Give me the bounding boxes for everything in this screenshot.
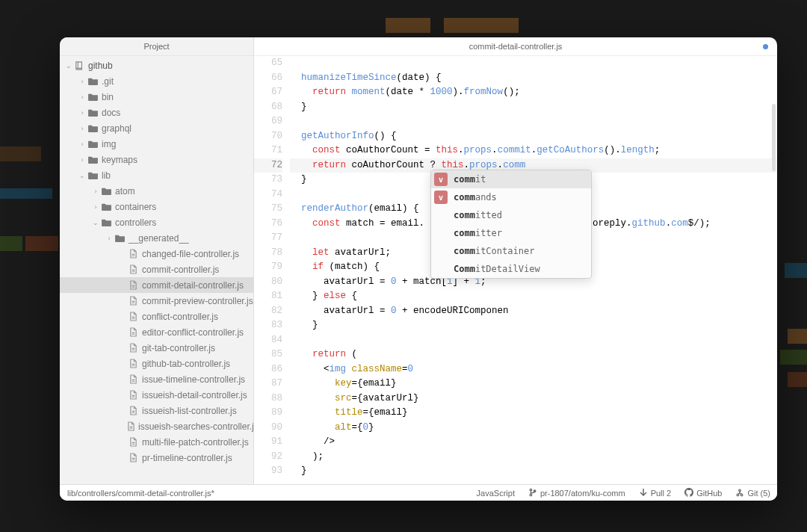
tree-file[interactable]: commit-detail-controller.js	[60, 277, 253, 293]
autocomplete-item[interactable]: vcommit	[431, 170, 591, 188]
file-icon	[127, 280, 139, 290]
tree-folder[interactable]: bin	[60, 89, 253, 105]
tree-file[interactable]: commit-preview-controller.js	[60, 293, 253, 309]
status-lang[interactable]: JavaScript	[470, 485, 522, 501]
file-icon	[127, 406, 139, 415]
folder-icon	[114, 234, 126, 242]
branch-icon	[528, 488, 537, 498]
autocomplete-item[interactable]: vcommands	[431, 188, 591, 206]
tree-file[interactable]: commit-controller.js	[60, 262, 253, 277]
status-path[interactable]: lib/controllers/commit-detail-controller…	[60, 489, 470, 498]
tree-file[interactable]: git-tab-controller.js	[60, 340, 253, 356]
status-pull[interactable]: Pull 2	[632, 485, 678, 501]
folder-icon	[87, 171, 99, 179]
repo-icon	[73, 61, 85, 71]
down-arrow-icon	[639, 488, 648, 498]
scrollbar-thumb[interactable]	[772, 104, 776, 171]
autocomplete-item[interactable]: committed	[431, 206, 591, 224]
editor-pane: commit-detail-controller.js 656667686970…	[254, 37, 777, 484]
folder-icon	[87, 155, 99, 164]
tree-file[interactable]: editor-conflict-controller.js	[60, 324, 253, 340]
folder-icon	[87, 140, 99, 148]
kind-badge	[434, 244, 448, 258]
folder-icon	[100, 218, 112, 226]
file-icon	[127, 359, 139, 368]
tree-folder[interactable]: keymaps	[60, 152, 253, 167]
kind-badge: v	[434, 191, 448, 204]
status-github[interactable]: GitHub	[678, 485, 729, 501]
modified-indicator	[763, 44, 768, 49]
tree-file[interactable]: multi-file-patch-controller.js	[60, 434, 253, 450]
tree-folder[interactable]: lib	[60, 167, 253, 183]
git-icon	[735, 488, 744, 498]
project-sidebar: Project github .gitbindocsgraphqlimgkeym…	[60, 37, 254, 484]
tree-file[interactable]: changed-file-controller.js	[60, 246, 253, 262]
svg-point-0	[530, 489, 532, 491]
editor-tab[interactable]: commit-detail-controller.js	[254, 37, 777, 56]
file-tree[interactable]: github .gitbindocsgraphqlimgkeymapslib a…	[60, 56, 253, 484]
file-icon	[127, 343, 139, 353]
tree-file[interactable]: issueish-searches-controller.js	[60, 418, 253, 434]
tree-file[interactable]: issue-timeline-controller.js	[60, 371, 253, 387]
tree-file[interactable]: issueish-detail-controller.js	[60, 387, 253, 403]
autocomplete-item[interactable]: CommitDetailView	[431, 260, 591, 278]
tree-folder[interactable]: .git	[60, 73, 253, 89]
tree-folder[interactable]: controllers	[60, 214, 253, 230]
autocomplete-item[interactable]: commitContainer	[431, 242, 591, 260]
folder-icon	[100, 202, 112, 211]
kind-badge	[434, 226, 448, 240]
editor-window: Project github .gitbindocsgraphqlimgkeym…	[60, 37, 777, 501]
kind-badge	[434, 208, 448, 222]
tree-file[interactable]: github-tab-controller.js	[60, 356, 253, 371]
sidebar-title: Project	[60, 37, 253, 56]
folder-icon	[87, 108, 99, 117]
svg-point-3	[739, 489, 741, 492]
tree-root[interactable]: github	[60, 58, 253, 73]
file-icon	[127, 265, 139, 274]
tree-file[interactable]: pr-timeline-controller.js	[60, 450, 253, 466]
tree-folder[interactable]: img	[60, 136, 253, 152]
folder-icon	[87, 124, 99, 132]
kind-badge: v	[434, 173, 448, 186]
line-gutter: 6566676869707172737475767778798081828384…	[254, 56, 290, 484]
tree-folder[interactable]: containers	[60, 199, 253, 214]
folder-icon	[100, 187, 112, 195]
tree-folder[interactable]: docs	[60, 105, 253, 120]
kind-badge	[434, 262, 448, 276]
file-icon	[127, 296, 139, 306]
autocomplete-item[interactable]: committer	[431, 224, 591, 242]
file-icon	[127, 453, 139, 463]
svg-point-1	[530, 494, 532, 496]
file-icon	[127, 421, 135, 431]
file-icon	[127, 390, 139, 400]
github-icon	[684, 488, 693, 498]
status-bar: lib/controllers/commit-detail-controller…	[60, 484, 777, 501]
status-git[interactable]: Git (5)	[729, 485, 777, 501]
code-editor[interactable]: 6566676869707172737475767778798081828384…	[254, 56, 777, 484]
tree-folder[interactable]: __generated__	[60, 230, 253, 246]
file-icon	[127, 312, 139, 321]
autocomplete-popup[interactable]: vcommitvcommandscommittedcommittercommit…	[430, 170, 592, 279]
file-icon	[127, 249, 139, 259]
file-icon	[127, 327, 139, 337]
status-branch[interactable]: pr-1807/atom/ku-comm	[522, 485, 632, 501]
tree-file[interactable]: issueish-list-controller.js	[60, 403, 253, 418]
file-icon	[127, 437, 139, 447]
folder-icon	[87, 77, 99, 85]
tree-file[interactable]: conflict-controller.js	[60, 309, 253, 324]
tree-folder[interactable]: atom	[60, 183, 253, 199]
file-icon	[127, 374, 139, 384]
tree-folder[interactable]: graphql	[60, 120, 253, 136]
folder-icon	[87, 93, 99, 101]
